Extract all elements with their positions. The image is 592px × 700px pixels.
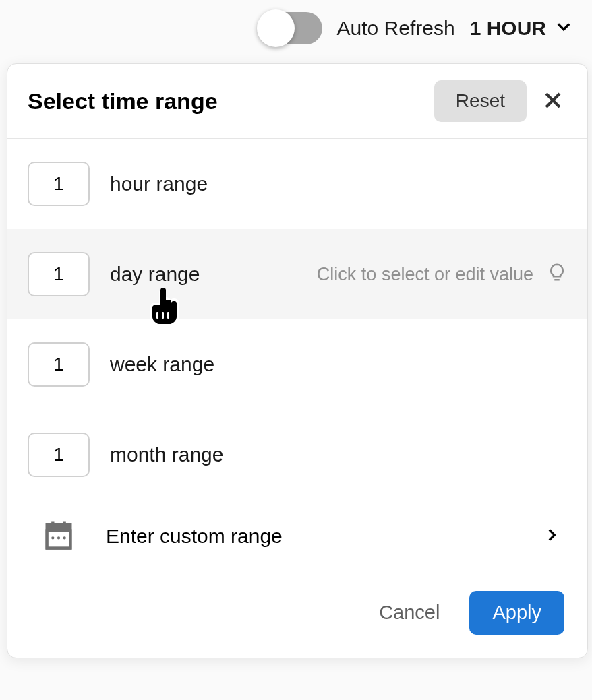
modal-title: Select time range	[28, 88, 422, 115]
hour-range-label: hour range	[110, 172, 208, 195]
chevron-right-icon	[543, 526, 560, 546]
time-range-value: 1 HOUR	[470, 17, 546, 40]
close-button[interactable]	[539, 87, 567, 115]
week-range-input[interactable]	[28, 342, 90, 387]
close-icon	[541, 89, 564, 114]
apply-button[interactable]: Apply	[469, 591, 564, 635]
modal-footer: Cancel Apply	[7, 573, 587, 658]
custom-range-label: Enter custom range	[106, 525, 513, 548]
svg-point-4	[57, 536, 60, 539]
auto-refresh-label: Auto Refresh	[337, 17, 455, 40]
auto-refresh-toggle[interactable]	[258, 12, 322, 44]
cancel-button[interactable]: Cancel	[368, 591, 450, 635]
day-range-input[interactable]	[28, 252, 90, 296]
time-range-modal: Select time range Reset hour range day r…	[7, 63, 588, 658]
svg-point-3	[51, 536, 54, 539]
topbar: Auto Refresh 1 HOUR	[0, 0, 592, 54]
hour-range-input[interactable]	[28, 162, 90, 206]
hint-text: Click to select or edit value	[317, 264, 533, 285]
lightbulb-icon	[547, 262, 567, 287]
chevron-down-icon	[554, 17, 573, 40]
month-range-label: month range	[110, 443, 223, 466]
svg-point-5	[63, 536, 66, 539]
range-row-week[interactable]: week range	[7, 319, 587, 410]
hover-hint: Click to select or edit value	[317, 262, 567, 287]
modal-header: Select time range Reset	[7, 64, 587, 139]
range-row-day[interactable]: day range Click to select or edit value	[7, 229, 587, 319]
week-range-label: week range	[110, 353, 214, 376]
calendar-icon	[41, 517, 76, 555]
time-range-dropdown[interactable]: 1 HOUR	[470, 17, 573, 40]
reset-button[interactable]: Reset	[434, 80, 527, 122]
range-row-month[interactable]: month range	[7, 410, 587, 500]
range-row-hour[interactable]: hour range	[7, 139, 587, 229]
day-range-label: day range	[110, 263, 200, 286]
month-range-input[interactable]	[28, 433, 90, 477]
custom-range-row[interactable]: Enter custom range	[7, 500, 587, 573]
